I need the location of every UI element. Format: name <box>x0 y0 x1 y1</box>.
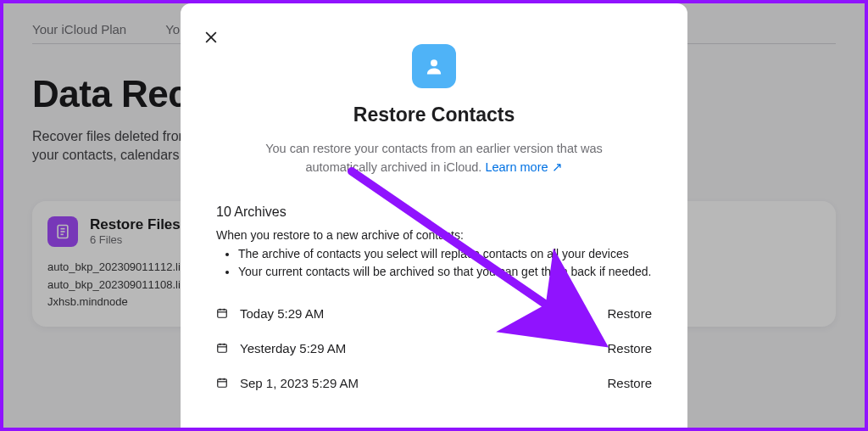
calendar-icon <box>216 342 228 354</box>
modal-description: You can restore your contacts from an ea… <box>231 140 637 177</box>
archive-date: Yesterday 5:29 AM <box>240 341 595 355</box>
restore-note: When you restore to a new archive of con… <box>216 228 652 242</box>
restore-contacts-modal: Restore Contacts You can restore your co… <box>181 3 687 431</box>
close-button[interactable] <box>203 29 220 49</box>
archives-count: 10 Archives <box>216 204 652 220</box>
svg-rect-12 <box>218 344 227 352</box>
archive-row: Today 5:29 AM Restore <box>216 296 652 331</box>
modal-title: Restore Contacts <box>216 104 652 126</box>
calendar-icon <box>216 377 228 389</box>
archive-date: Today 5:29 AM <box>240 306 595 321</box>
calendar-icon <box>216 307 228 319</box>
restore-button[interactable]: Restore <box>607 341 652 355</box>
archive-row: Sep 1, 2023 5:29 AM Restore <box>216 366 652 400</box>
svg-point-7 <box>431 59 437 66</box>
note-bullet: Your current contacts will be archived s… <box>238 263 652 281</box>
archive-date: Sep 1, 2023 5:29 AM <box>240 376 595 390</box>
contacts-app-icon <box>412 44 456 88</box>
restore-button[interactable]: Restore <box>607 376 652 390</box>
restore-button[interactable]: Restore <box>607 306 652 321</box>
svg-rect-16 <box>218 379 227 387</box>
learn-more-link[interactable]: Learn more ↗ <box>485 160 562 174</box>
note-bullet: The archive of contacts you select will … <box>238 245 652 263</box>
svg-rect-8 <box>218 310 227 317</box>
archive-row: Yesterday 5:29 AM Restore <box>216 331 652 366</box>
